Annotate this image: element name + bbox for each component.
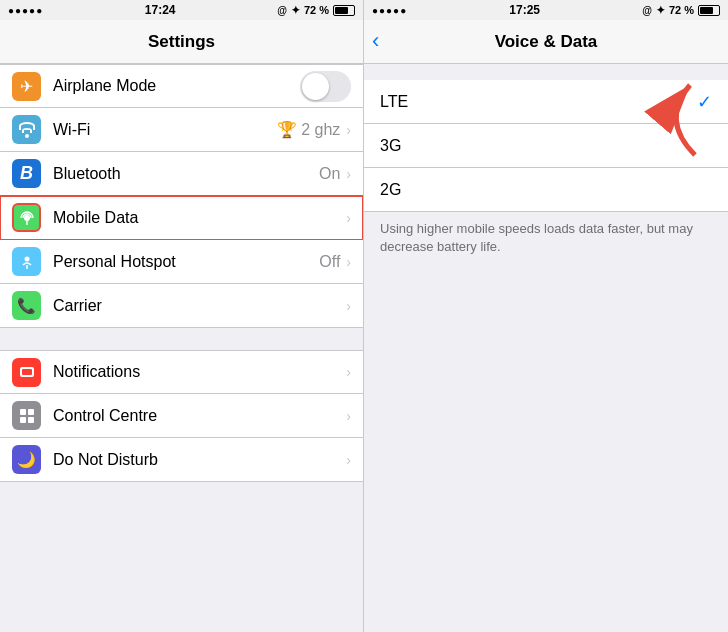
notifications-label: Notifications <box>53 363 346 381</box>
carrier-label: Carrier <box>53 297 346 315</box>
mobile-data-row[interactable]: Mobile Data › <box>0 196 363 240</box>
back-chevron-icon: ‹ <box>372 30 379 52</box>
bluetooth-value: On <box>319 165 340 183</box>
location-icon: @ <box>277 5 287 16</box>
bluetooth-icon: ✦ <box>291 4 300 17</box>
section-connectivity: ✈ Airplane Mode Wi-Fi 🏆 2 ghz › <box>0 64 363 328</box>
wifi-row[interactable]: Wi-Fi 🏆 2 ghz › <box>0 108 363 152</box>
voice-data-nav-bar: ‹ Voice & Data <box>364 20 728 64</box>
mobile-data-chevron-icon: › <box>346 210 351 226</box>
back-button[interactable]: ‹ <box>372 32 379 52</box>
svg-point-0 <box>24 215 30 221</box>
hotspot-chevron-icon: › <box>346 254 351 270</box>
lte-option-row[interactable]: LTE ✓ <box>364 80 728 124</box>
2g-label: 2G <box>380 181 712 199</box>
toggle-knob <box>302 73 329 100</box>
right-status-signal: ●●●●● <box>372 5 407 16</box>
3g-option-row[interactable]: 3G <box>364 124 728 168</box>
left-time: 17:24 <box>145 3 176 17</box>
right-status-bar: ●●●●● 17:25 @ ✦ 72 % <box>364 0 728 20</box>
airplane-toggle[interactable] <box>300 71 351 102</box>
settings-title: Settings <box>148 32 215 52</box>
wifi-chevron-icon: › <box>346 122 351 138</box>
battery-pct: 72 % <box>304 4 329 16</box>
wifi-value: 🏆 2 ghz <box>277 120 341 139</box>
control-centre-row[interactable]: Control Centre › <box>0 394 363 438</box>
lte-label: LTE <box>380 93 697 111</box>
bluetooth-chevron-icon: › <box>346 166 351 182</box>
network-options-group: LTE ✓ 3G 2G <box>364 80 728 212</box>
status-indicators: @ ✦ 72 % <box>277 4 355 17</box>
carrier-icon: 📞 <box>12 291 41 320</box>
svg-rect-5 <box>22 369 32 375</box>
voice-data-title: Voice & Data <box>495 32 598 52</box>
right-signal-bars: ●●●●● <box>372 5 407 16</box>
wifi-icon <box>12 115 41 144</box>
settings-list: ✈ Airplane Mode Wi-Fi 🏆 2 ghz › <box>0 64 363 632</box>
mobile-data-label: Mobile Data <box>53 209 346 227</box>
bluetooth-row[interactable]: B Bluetooth On › <box>0 152 363 196</box>
right-bluetooth-icon: ✦ <box>656 4 665 17</box>
3g-label: 3G <box>380 137 712 155</box>
status-signal: ●●●●● <box>8 5 43 16</box>
notifications-icon <box>12 358 41 387</box>
control-centre-icon <box>12 401 41 430</box>
control-centre-chevron-icon: › <box>346 408 351 424</box>
carrier-row[interactable]: 📞 Carrier › <box>0 284 363 328</box>
signal-bars: ●●●●● <box>8 5 43 16</box>
right-time: 17:25 <box>509 3 540 17</box>
carrier-chevron-icon: › <box>346 298 351 314</box>
wifi-label: Wi-Fi <box>53 121 277 139</box>
2g-option-row[interactable]: 2G <box>364 168 728 212</box>
info-text: Using higher mobile speeds loads data fa… <box>364 212 728 264</box>
right-location-icon: @ <box>642 5 652 16</box>
voice-data-panel: ●●●●● 17:25 @ ✦ 72 % ‹ Voice & Data <box>364 0 728 632</box>
hotspot-value: Off <box>319 253 340 271</box>
airplane-label: Airplane Mode <box>53 77 300 95</box>
svg-rect-9 <box>28 417 34 423</box>
lte-checkmark: ✓ <box>697 91 712 113</box>
hotspot-label: Personal Hotspot <box>53 253 319 271</box>
mobile-data-icon <box>12 203 41 232</box>
section-divider-1 <box>0 330 363 350</box>
battery-icon <box>333 5 355 16</box>
do-not-disturb-row[interactable]: 🌙 Do Not Disturb › <box>0 438 363 482</box>
do-not-disturb-label: Do Not Disturb <box>53 451 346 469</box>
hotspot-icon <box>12 247 41 276</box>
bluetooth-label: Bluetooth <box>53 165 319 183</box>
airplane-icon: ✈ <box>12 72 41 101</box>
svg-rect-8 <box>20 417 26 423</box>
svg-rect-6 <box>20 409 26 415</box>
svg-point-2 <box>24 256 29 261</box>
right-battery-pct: 72 % <box>669 4 694 16</box>
right-battery-icon <box>698 5 720 16</box>
right-status-indicators: @ ✦ 72 % <box>642 4 720 17</box>
svg-rect-7 <box>28 409 34 415</box>
control-centre-label: Control Centre <box>53 407 346 425</box>
left-status-bar: ●●●●● 17:24 @ ✦ 72 % <box>0 0 363 20</box>
notifications-row[interactable]: Notifications › <box>0 350 363 394</box>
hotspot-row[interactable]: Personal Hotspot Off › <box>0 240 363 284</box>
bluetooth-row-icon: B <box>12 159 41 188</box>
settings-nav-bar: Settings <box>0 20 363 64</box>
airplane-mode-row[interactable]: ✈ Airplane Mode <box>0 64 363 108</box>
notifications-chevron-icon: › <box>346 364 351 380</box>
section-system: Notifications › Control Centre › <box>0 350 363 482</box>
do-not-disturb-chevron-icon: › <box>346 452 351 468</box>
do-not-disturb-icon: 🌙 <box>12 445 41 474</box>
settings-panel: ●●●●● 17:24 @ ✦ 72 % Settings ✈ Airplane… <box>0 0 364 632</box>
